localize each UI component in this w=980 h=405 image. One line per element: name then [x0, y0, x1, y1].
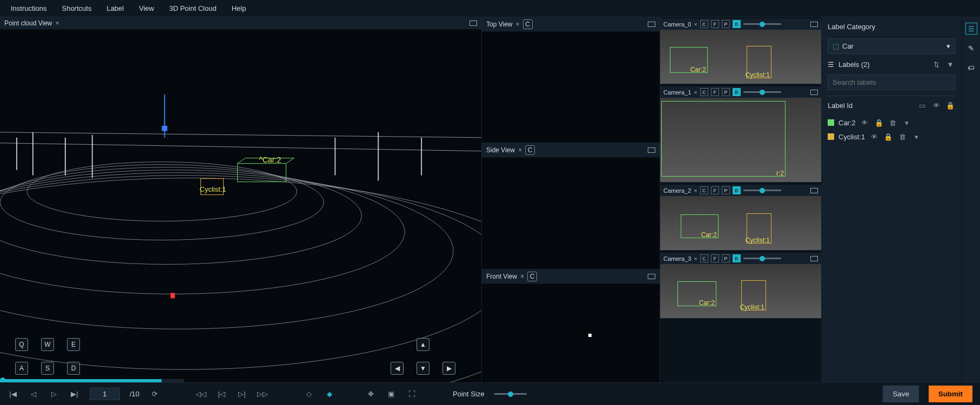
lock-icon[interactable]: 🔒	[945, 100, 955, 110]
rewind-icon[interactable]: ◁◁	[196, 389, 206, 400]
maximize-icon[interactable]	[810, 90, 818, 95]
label-row[interactable]: Car:2 👁 🔒 🗑 ▾	[828, 116, 955, 130]
menu-shortcuts[interactable]: Shortcuts	[62, 4, 91, 12]
fullscreen-icon[interactable]: ⛶	[406, 389, 417, 400]
close-icon[interactable]: ×	[56, 19, 59, 27]
menu-label[interactable]: Label	[106, 4, 124, 12]
camera-image[interactable]: Car:2Cyclist:1	[660, 196, 821, 250]
bbox-cyc[interactable]: Cyclist:1	[741, 280, 766, 310]
menu-help[interactable]: Help	[232, 4, 246, 12]
skip-end-icon[interactable]: ▶|	[69, 389, 80, 400]
side-view-viewport[interactable]	[482, 158, 660, 268]
rail-tag-icon[interactable]: 🏷	[965, 62, 977, 73]
bbox-car[interactable]: Car:2	[670, 47, 708, 73]
key-w[interactable]: W	[41, 338, 54, 351]
key-d[interactable]: D	[67, 362, 80, 375]
next-frame-icon[interactable]: ▷|	[237, 389, 247, 400]
label-row[interactable]: Cyclist:1 👁 🔒 🗑 ▾	[828, 130, 955, 144]
close-icon[interactable]: ×	[694, 187, 697, 194]
camera-image[interactable]: r:2	[660, 98, 821, 182]
key-q[interactable]: Q	[15, 338, 28, 351]
cam-brightness-slider[interactable]	[743, 23, 781, 25]
lock-icon[interactable]: 🔒	[874, 118, 884, 127]
cam-p-toggle[interactable]: P	[722, 254, 730, 262]
cam-f-toggle[interactable]: F	[711, 88, 719, 96]
toggle-c[interactable]: C	[523, 19, 533, 29]
camera-image[interactable]: Car:2Cyclist:1	[660, 264, 821, 318]
arrow-left[interactable]: ◀	[391, 362, 404, 375]
cam-p-toggle[interactable]: P	[722, 88, 730, 96]
top-view-viewport[interactable]	[482, 32, 660, 143]
bbox-cyc[interactable]: Cyclist:1	[747, 213, 771, 244]
menu-instructions[interactable]: Instructions	[11, 4, 46, 12]
point-cloud-viewport[interactable]: ^Car:2 Cyclist:1 Q W E A S D ▲ ◀ ▼ ▶	[0, 30, 481, 395]
menu-view[interactable]: View	[139, 4, 154, 12]
close-icon[interactable]: ×	[520, 273, 524, 280]
delete-icon[interactable]: 🗑	[888, 118, 898, 127]
sort-icon[interactable]: ⇅	[931, 59, 941, 69]
bbox-car[interactable]: Car:2	[681, 214, 719, 238]
cam-b-toggle[interactable]: B	[733, 88, 741, 96]
cam-f-toggle[interactable]: F	[711, 186, 719, 194]
lock-icon[interactable]: 🔒	[883, 132, 893, 141]
cam-f-toggle[interactable]: F	[711, 20, 719, 28]
close-icon[interactable]: ×	[518, 146, 522, 154]
key-a[interactable]: A	[15, 362, 28, 375]
label-category-select[interactable]: ⬚ Car ▾	[828, 38, 955, 54]
camera-image[interactable]: Car:2Cyclist:1	[660, 30, 821, 84]
cam-b-toggle[interactable]: B	[733, 254, 741, 262]
filter-icon[interactable]: ▼	[945, 59, 955, 69]
step-back-icon[interactable]: ◁	[28, 389, 39, 400]
cam-brightness-slider[interactable]	[743, 91, 781, 93]
cam-b-toggle[interactable]: B	[733, 20, 741, 28]
chevron-down-icon[interactable]: ▾	[911, 132, 921, 141]
delete-icon[interactable]: 🗑	[897, 132, 907, 141]
close-icon[interactable]: ×	[694, 89, 697, 96]
chevron-down-icon[interactable]: ▾	[902, 118, 912, 127]
hide-icon[interactable]: 👁	[869, 132, 879, 141]
maximize-icon[interactable]	[648, 274, 655, 279]
cam-brightness-slider[interactable]	[743, 190, 781, 191]
cam-f-toggle[interactable]: F	[711, 254, 719, 262]
front-view-viewport[interactable]	[482, 284, 660, 395]
bbox-car[interactable]: Car:2	[677, 281, 716, 306]
skip-start-icon[interactable]: |◀	[8, 389, 18, 400]
close-icon[interactable]: ×	[515, 21, 519, 28]
key-e[interactable]: E	[67, 338, 80, 351]
cam-c-toggle[interactable]: C	[700, 20, 708, 28]
cam-b-toggle[interactable]: B	[733, 186, 741, 194]
close-icon[interactable]: ×	[694, 21, 697, 28]
maximize-icon[interactable]	[648, 147, 655, 153]
key-s[interactable]: S	[41, 362, 54, 375]
box-icon[interactable]: ▭	[917, 100, 927, 110]
prev-frame-icon[interactable]: |◁	[216, 389, 227, 400]
arrow-down[interactable]: ▼	[417, 362, 429, 375]
rail-labels-icon[interactable]: ☰	[965, 23, 977, 35]
frame-input[interactable]	[90, 388, 120, 400]
hide-icon[interactable]: 👁	[860, 118, 870, 127]
point-size-slider[interactable]	[494, 393, 527, 395]
play-icon[interactable]: ▷	[49, 389, 59, 400]
search-labels-input[interactable]	[828, 75, 955, 90]
forward-icon[interactable]: ▷▷	[257, 389, 268, 400]
cam-c-toggle[interactable]: C	[700, 186, 708, 194]
maximize-icon[interactable]	[648, 22, 655, 27]
close-icon[interactable]: ×	[694, 255, 697, 262]
cam-c-toggle[interactable]: C	[700, 254, 708, 262]
refresh-icon[interactable]: ⟳	[149, 389, 160, 400]
crop-icon[interactable]: ▣	[386, 389, 397, 400]
bbox-car[interactable]: r:2	[661, 101, 786, 177]
cam-c-toggle[interactable]: C	[700, 88, 708, 96]
cam-p-toggle[interactable]: P	[722, 186, 730, 194]
cam-brightness-slider[interactable]	[743, 258, 781, 259]
save-button[interactable]: Save	[883, 386, 918, 402]
move-icon[interactable]: ✥	[365, 389, 376, 400]
rail-edit-icon[interactable]: ✎	[965, 42, 977, 54]
arrow-right[interactable]: ▶	[442, 362, 455, 375]
eye-icon[interactable]: 👁	[931, 100, 941, 110]
bbox-cyc[interactable]: Cyclist:1	[747, 46, 771, 78]
maximize-icon[interactable]	[810, 256, 818, 261]
cube-fill-icon[interactable]: ◆	[324, 389, 335, 400]
arrow-up[interactable]: ▲	[417, 338, 429, 351]
submit-button[interactable]: Submit	[929, 386, 972, 402]
